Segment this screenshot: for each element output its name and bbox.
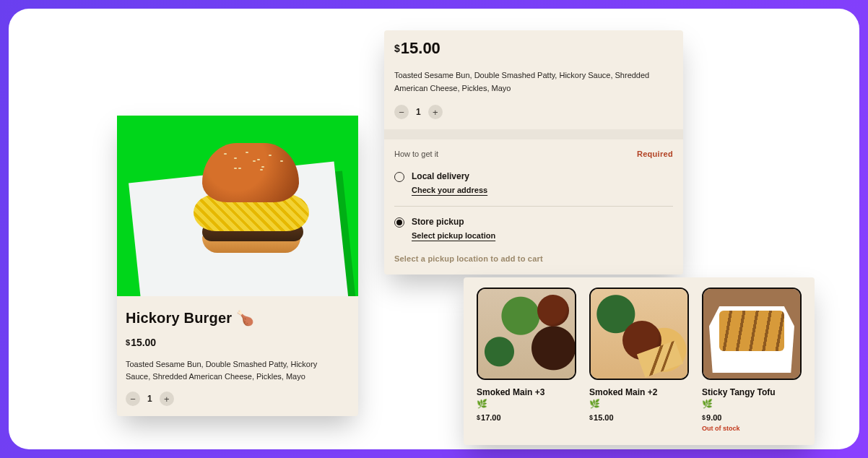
quantity-stepper: − 1 + bbox=[394, 105, 673, 119]
fulfillment-card: $15.00 Toasted Sesame Bun, Double Smashe… bbox=[384, 30, 683, 275]
vegan-icon: 🌿 bbox=[702, 399, 802, 409]
related-thumbnail bbox=[589, 288, 689, 380]
radio-icon[interactable] bbox=[394, 172, 404, 182]
option-label: Store pickup bbox=[412, 217, 495, 227]
check-address-link[interactable]: Check your address bbox=[412, 186, 487, 194]
related-item-name: Smoked Main +2 bbox=[589, 387, 689, 397]
fulfillment-description: Toasted Sesame Bun, Double Smashed Patty… bbox=[394, 69, 661, 95]
related-thumbnail bbox=[477, 288, 576, 380]
qty-decrease-button[interactable]: − bbox=[126, 392, 140, 406]
required-badge: Required bbox=[637, 150, 673, 158]
quantity-stepper: − 1 + bbox=[126, 392, 350, 406]
fulfillment-option[interactable]: Store pickup Select pickup location bbox=[394, 206, 673, 251]
qty-increase-button[interactable]: + bbox=[428, 105, 443, 119]
qty-increase-button[interactable]: + bbox=[160, 392, 174, 406]
fulfillment-price: $15.00 bbox=[394, 39, 673, 58]
related-items-card: Smoked Main +3 🌿 $17.00 Smoked Main +2 🌿… bbox=[464, 277, 815, 445]
product-price: $15.00 bbox=[126, 337, 350, 348]
product-title: Hickory Burger 🍗 bbox=[126, 309, 350, 327]
related-item-name: Smoked Main +3 bbox=[477, 387, 576, 397]
qty-value: 1 bbox=[416, 107, 421, 117]
product-card: Hickory Burger 🍗 $15.00 Toasted Sesame B… bbox=[117, 116, 358, 416]
related-thumbnail bbox=[702, 288, 802, 380]
fulfillment-section-label: How to get it bbox=[394, 150, 438, 158]
related-item[interactable]: Smoked Main +2 🌿 $15.00 bbox=[589, 288, 689, 432]
radio-icon[interactable] bbox=[394, 217, 404, 228]
vegan-icon: 🌿 bbox=[477, 399, 576, 409]
related-item-price: $15.00 bbox=[589, 413, 689, 422]
qty-decrease-button[interactable]: − bbox=[394, 105, 409, 119]
divider bbox=[384, 129, 683, 139]
vegan-icon: 🌿 bbox=[589, 399, 689, 409]
select-pickup-link[interactable]: Select pickup location bbox=[412, 231, 495, 240]
stage: Hickory Burger 🍗 $15.00 Toasted Sesame B… bbox=[9, 9, 859, 449]
out-of-stock-badge: Out of stock bbox=[702, 425, 802, 432]
product-image bbox=[117, 116, 358, 296]
option-label: Local delivery bbox=[412, 171, 487, 181]
related-item[interactable]: Smoked Main +3 🌿 $17.00 bbox=[477, 288, 576, 432]
product-description: Toasted Sesame Bun, Double Smashed Patty… bbox=[126, 358, 342, 383]
related-item-price: $9.00 bbox=[702, 413, 802, 422]
related-item-price: $17.00 bbox=[477, 413, 576, 422]
related-item-name: Sticky Tangy Tofu bbox=[702, 387, 802, 397]
pickup-hint: Select a pickup location to add to cart bbox=[394, 254, 673, 263]
fulfillment-option[interactable]: Local delivery Check your address bbox=[394, 168, 673, 206]
qty-value: 1 bbox=[147, 394, 152, 404]
related-item[interactable]: Sticky Tangy Tofu 🌿 $9.00 Out of stock bbox=[702, 288, 802, 432]
